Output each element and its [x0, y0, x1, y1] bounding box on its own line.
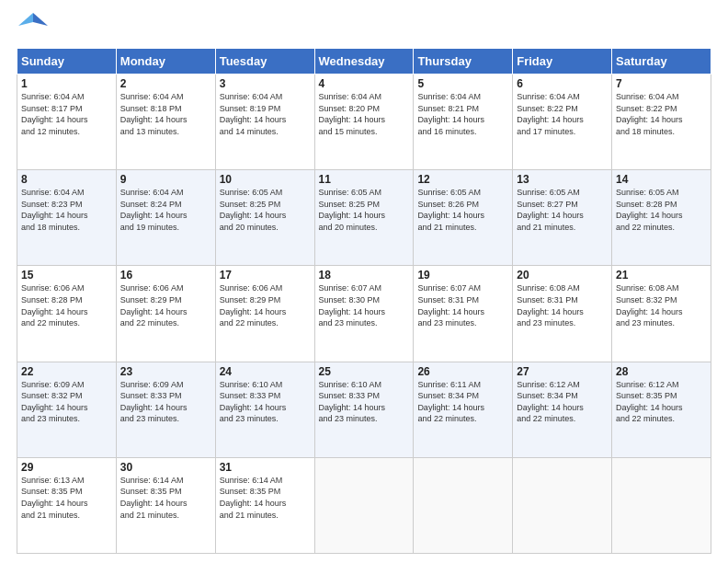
calendar-day-cell: 6Sunrise: 6:04 AM Sunset: 8:22 PM Daylig… [513, 75, 612, 170]
day-number: 2 [120, 77, 211, 90]
day-number: 24 [220, 365, 311, 378]
day-info: Sunrise: 6:04 AM Sunset: 8:19 PM Dayligh… [220, 91, 311, 137]
calendar-day-cell: 16Sunrise: 6:06 AM Sunset: 8:29 PM Dayli… [116, 266, 215, 362]
day-number: 13 [517, 173, 608, 186]
calendar-header-friday: Friday [513, 49, 612, 75]
calendar-day-cell: 30Sunrise: 6:14 AM Sunset: 8:35 PM Dayli… [116, 457, 215, 553]
calendar-day-cell: 12Sunrise: 6:05 AM Sunset: 8:26 PM Dayli… [414, 170, 513, 266]
calendar-day-cell: 15Sunrise: 6:06 AM Sunset: 8:28 PM Dayli… [17, 266, 117, 362]
calendar-table: SundayMondayTuesdayWednesdayThursdayFrid… [17, 48, 711, 554]
calendar-day-cell: 4Sunrise: 6:04 AM Sunset: 8:20 PM Daylig… [314, 75, 414, 170]
day-info: Sunrise: 6:10 AM Sunset: 8:33 PM Dayligh… [319, 379, 410, 425]
day-info: Sunrise: 6:04 AM Sunset: 8:20 PM Dayligh… [319, 91, 410, 137]
day-info: Sunrise: 6:10 AM Sunset: 8:33 PM Dayligh… [220, 379, 311, 425]
calendar-empty-cell [513, 457, 612, 553]
calendar-week-row: 22Sunrise: 6:09 AM Sunset: 8:32 PM Dayli… [17, 362, 711, 457]
day-number: 5 [417, 77, 508, 90]
day-number: 19 [417, 269, 508, 282]
day-number: 30 [120, 461, 211, 474]
day-info: Sunrise: 6:09 AM Sunset: 8:33 PM Dayligh… [120, 379, 211, 425]
day-info: Sunrise: 6:06 AM Sunset: 8:28 PM Dayligh… [21, 282, 112, 328]
day-info: Sunrise: 6:05 AM Sunset: 8:28 PM Dayligh… [616, 187, 707, 233]
calendar-day-cell: 22Sunrise: 6:09 AM Sunset: 8:32 PM Dayli… [17, 362, 117, 457]
day-number: 22 [21, 365, 112, 378]
logo [17, 17, 48, 39]
day-number: 3 [220, 77, 311, 90]
day-number: 7 [616, 77, 707, 90]
calendar-header-thursday: Thursday [414, 49, 513, 75]
day-number: 1 [21, 77, 112, 90]
day-info: Sunrise: 6:09 AM Sunset: 8:32 PM Dayligh… [21, 379, 112, 425]
day-info: Sunrise: 6:12 AM Sunset: 8:34 PM Dayligh… [517, 379, 608, 425]
calendar-day-cell: 8Sunrise: 6:04 AM Sunset: 8:23 PM Daylig… [17, 170, 117, 266]
day-number: 4 [319, 77, 410, 90]
day-info: Sunrise: 6:07 AM Sunset: 8:31 PM Dayligh… [417, 282, 508, 328]
day-info: Sunrise: 6:04 AM Sunset: 8:17 PM Dayligh… [21, 91, 112, 137]
calendar-day-cell: 9Sunrise: 6:04 AM Sunset: 8:24 PM Daylig… [116, 170, 215, 266]
calendar-day-cell: 19Sunrise: 6:07 AM Sunset: 8:31 PM Dayli… [414, 266, 513, 362]
calendar-day-cell: 18Sunrise: 6:07 AM Sunset: 8:30 PM Dayli… [314, 266, 414, 362]
day-info: Sunrise: 6:04 AM Sunset: 8:24 PM Dayligh… [120, 187, 211, 233]
day-info: Sunrise: 6:05 AM Sunset: 8:25 PM Dayligh… [319, 187, 410, 233]
day-number: 31 [220, 461, 311, 474]
svg-marker-1 [18, 13, 33, 26]
day-info: Sunrise: 6:05 AM Sunset: 8:27 PM Dayligh… [517, 187, 608, 233]
day-number: 12 [417, 173, 508, 186]
day-info: Sunrise: 6:07 AM Sunset: 8:30 PM Dayligh… [319, 282, 410, 328]
calendar-empty-cell [314, 457, 414, 553]
day-number: 25 [319, 365, 410, 378]
calendar-header-wednesday: Wednesday [314, 49, 414, 75]
calendar-header-tuesday: Tuesday [215, 49, 314, 75]
day-info: Sunrise: 6:13 AM Sunset: 8:35 PM Dayligh… [21, 475, 112, 521]
calendar-day-cell: 25Sunrise: 6:10 AM Sunset: 8:33 PM Dayli… [314, 362, 414, 457]
day-info: Sunrise: 6:06 AM Sunset: 8:29 PM Dayligh… [220, 282, 311, 328]
calendar-week-row: 1Sunrise: 6:04 AM Sunset: 8:17 PM Daylig… [17, 75, 711, 170]
calendar-day-cell: 3Sunrise: 6:04 AM Sunset: 8:19 PM Daylig… [215, 75, 314, 170]
day-info: Sunrise: 6:04 AM Sunset: 8:18 PM Dayligh… [120, 91, 211, 137]
header [17, 17, 711, 39]
day-info: Sunrise: 6:12 AM Sunset: 8:35 PM Dayligh… [616, 379, 707, 425]
day-number: 10 [220, 173, 311, 186]
calendar-day-cell: 31Sunrise: 6:14 AM Sunset: 8:35 PM Dayli… [215, 457, 314, 553]
calendar-empty-cell [612, 457, 711, 553]
day-info: Sunrise: 6:08 AM Sunset: 8:31 PM Dayligh… [517, 282, 608, 328]
calendar-day-cell: 14Sunrise: 6:05 AM Sunset: 8:28 PM Dayli… [612, 170, 711, 266]
day-info: Sunrise: 6:04 AM Sunset: 8:21 PM Dayligh… [417, 91, 508, 137]
day-info: Sunrise: 6:14 AM Sunset: 8:35 PM Dayligh… [120, 475, 211, 521]
day-number: 14 [616, 173, 707, 186]
calendar-week-row: 29Sunrise: 6:13 AM Sunset: 8:35 PM Dayli… [17, 457, 711, 553]
day-number: 20 [517, 269, 608, 282]
day-info: Sunrise: 6:14 AM Sunset: 8:35 PM Dayligh… [220, 475, 311, 521]
calendar-day-cell: 10Sunrise: 6:05 AM Sunset: 8:25 PM Dayli… [215, 170, 314, 266]
calendar-day-cell: 21Sunrise: 6:08 AM Sunset: 8:32 PM Dayli… [612, 266, 711, 362]
day-number: 11 [319, 173, 410, 186]
calendar-header-sunday: Sunday [17, 49, 117, 75]
calendar-empty-cell [414, 457, 513, 553]
calendar-day-cell: 27Sunrise: 6:12 AM Sunset: 8:34 PM Dayli… [513, 362, 612, 457]
calendar-day-cell: 11Sunrise: 6:05 AM Sunset: 8:25 PM Dayli… [314, 170, 414, 266]
day-number: 26 [417, 365, 508, 378]
day-number: 23 [120, 365, 211, 378]
day-info: Sunrise: 6:05 AM Sunset: 8:26 PM Dayligh… [417, 187, 508, 233]
calendar-day-cell: 13Sunrise: 6:05 AM Sunset: 8:27 PM Dayli… [513, 170, 612, 266]
calendar-header-saturday: Saturday [612, 49, 711, 75]
day-number: 21 [616, 269, 707, 282]
calendar-day-cell: 26Sunrise: 6:11 AM Sunset: 8:34 PM Dayli… [414, 362, 513, 457]
calendar-header-row: SundayMondayTuesdayWednesdayThursdayFrid… [17, 49, 711, 75]
day-number: 8 [21, 173, 112, 186]
day-number: 6 [517, 77, 608, 90]
day-info: Sunrise: 6:04 AM Sunset: 8:23 PM Dayligh… [21, 187, 112, 233]
calendar-day-cell: 29Sunrise: 6:13 AM Sunset: 8:35 PM Dayli… [17, 457, 117, 553]
day-info: Sunrise: 6:04 AM Sunset: 8:22 PM Dayligh… [616, 91, 707, 137]
day-number: 16 [120, 269, 211, 282]
calendar-day-cell: 7Sunrise: 6:04 AM Sunset: 8:22 PM Daylig… [612, 75, 711, 170]
day-info: Sunrise: 6:06 AM Sunset: 8:29 PM Dayligh… [120, 282, 211, 328]
calendar-day-cell: 20Sunrise: 6:08 AM Sunset: 8:31 PM Dayli… [513, 266, 612, 362]
day-number: 17 [220, 269, 311, 282]
calendar-week-row: 8Sunrise: 6:04 AM Sunset: 8:23 PM Daylig… [17, 170, 711, 266]
calendar-day-cell: 24Sunrise: 6:10 AM Sunset: 8:33 PM Dayli… [215, 362, 314, 457]
logo-icon [18, 9, 48, 39]
calendar-day-cell: 17Sunrise: 6:06 AM Sunset: 8:29 PM Dayli… [215, 266, 314, 362]
day-number: 18 [319, 269, 410, 282]
day-info: Sunrise: 6:08 AM Sunset: 8:32 PM Dayligh… [616, 282, 707, 328]
